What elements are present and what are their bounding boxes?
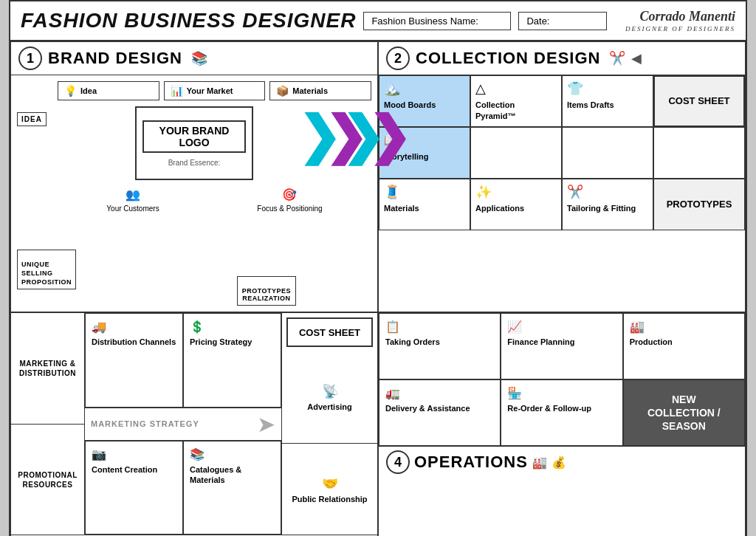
factory-icon: 🏭 <box>630 320 738 334</box>
brand-design-content: IDEA 💡 Idea 📊 Your Market 📦 Materials <box>11 75 377 312</box>
materials-cell: 🧵 Materials <box>379 179 470 230</box>
money-icon: 💰 <box>551 456 566 470</box>
store-icon: 🏪 <box>507 386 616 400</box>
scissors-icon: ✂️ <box>609 50 625 66</box>
marketing-bottom-cells: 📷 Content Creation 📚 Catalogues & Materi… <box>85 441 281 535</box>
business-name-field[interactable]: Fashion Business Name: <box>363 12 511 30</box>
focus-item: 🎯 Focus & Positioning <box>257 188 322 213</box>
delivery-truck-icon: 🚛 <box>385 386 494 400</box>
books-icon: 📚 <box>191 50 207 66</box>
marketing-center: 🚚 Distribution Channels 💲 Pricing Strate… <box>85 313 281 535</box>
collection-row-2: 📖 Storytelling <box>379 127 745 179</box>
chevron-arrows: ❯❯ ❯❯ <box>298 110 379 176</box>
antenna-icon: 📡 <box>322 383 338 399</box>
prototypes-cell: PROTOTYPES <box>653 179 745 230</box>
section-number-4: 4 <box>386 450 410 474</box>
collection-row-3: 🧵 Materials ✨ Applications ✂️ Tailoring … <box>379 179 745 230</box>
operations-footer: 4 Operations 🏭 💰 <box>379 446 745 478</box>
operations-content: 📋 Taking Orders 📈 Finance Planning 🏭 Pro… <box>379 313 745 446</box>
usp-box: UNIQUE SELLING PROPOSITION <box>17 250 76 290</box>
triangle-icon: △ <box>475 80 486 97</box>
operations-quadrant: 📋 Taking Orders 📈 Finance Planning 🏭 Pro… <box>378 312 746 536</box>
collection-content: 🏔️ Mood Boards △ Collection Pyramid™ 👕 I… <box>379 75 745 230</box>
operations-footer-title: Operations <box>414 453 528 472</box>
collection-design-quadrant: 2 Collection Design ✂️ ◀ 🏔️ Mood Boards … <box>378 41 746 312</box>
taking-orders-cell: 📋 Taking Orders <box>379 313 501 379</box>
scissors2-icon: ✂️ <box>567 184 583 200</box>
section-number-2: 2 <box>386 47 410 70</box>
marketing-strategy-row: MARKETING STRATEGY ➤ <box>85 408 281 441</box>
factory2-icon: 🏭 <box>532 456 547 470</box>
catalogues-cell: 📚 Catalogues & Materials <box>183 441 281 535</box>
arrows-container: ❯❯ ❯❯ <box>298 106 379 180</box>
strategy-arrow-icon: ➤ <box>257 411 275 437</box>
header-fields: Fashion Business Name: Date: <box>363 12 618 30</box>
applications-cell: ✨ Applications <box>470 179 562 230</box>
brand-middle: YOUR BRAND LOGO Brand Essence: ❯❯ ❯❯ <box>17 106 371 180</box>
new-collection-cell: NEW COLLECTION / SEASON <box>623 379 745 446</box>
coll-empty-2 <box>562 127 653 179</box>
content-creation-cell: 📷 Content Creation <box>85 441 183 535</box>
coll-empty-1 <box>470 127 562 179</box>
customers-item: 👥 Your Customers <box>106 188 159 213</box>
marketing-right: COST SHEET 📡 Advertising 🤝 Public Relati… <box>281 313 377 535</box>
camera-icon: 📷 <box>92 447 176 461</box>
brand-top-row: 💡 Idea 📊 Your Market 📦 Materials <box>58 81 371 100</box>
chart-icon: 📊 <box>171 85 183 97</box>
brand-logo: Corrado Manenti Designer of Designers <box>625 9 735 32</box>
chart2-icon: 📈 <box>507 320 616 334</box>
box-icon: 📦 <box>276 85 289 97</box>
header: Fashion Business Designer Fashion Busine… <box>10 1 746 41</box>
brand-design-title: Brand Design <box>48 49 182 68</box>
finance-planning-cell: 📈 Finance Planning <box>501 313 622 379</box>
cost-sheet-marketing: COST SHEET <box>286 317 373 347</box>
brand-logo-text: YOUR BRAND LOGO <box>142 120 246 153</box>
public-relations-cell: 🤝 Public Relationship <box>282 444 377 535</box>
books2-icon: 📚 <box>190 447 275 461</box>
marketing-left-labels: MARKETING & DISTRIBUTION PROMOTIONAL RES… <box>11 313 85 535</box>
section-number-1: 1 <box>18 47 42 70</box>
items-drafts-cell: 👕 Items Drafts <box>562 75 653 127</box>
brand-logo-box: YOUR BRAND LOGO Brand Essence: <box>135 106 253 180</box>
dollar-icon: 💲 <box>190 320 275 334</box>
marketing-top-cells: 🚚 Distribution Channels 💲 Pricing Strate… <box>85 313 281 408</box>
mountain-icon: 🏔️ <box>384 80 400 97</box>
people-icon: 👥 <box>126 188 140 202</box>
advertising-cell: 📡 Advertising <box>282 351 377 444</box>
brand-bottom-row: 👥 Your Customers 🎯 Focus & Positioning <box>58 188 371 213</box>
truck-icon: 🚚 <box>92 320 176 334</box>
promotional-resources-label: PROMOTIONAL RESOURCES <box>11 425 84 535</box>
materials-card: 📦 Materials <box>269 81 371 100</box>
main-grid: 1 Brand Design 📚 IDEA 💡 Idea 📊 Your Mark… <box>10 41 746 536</box>
idea-card: 💡 Idea <box>58 81 159 100</box>
reorder-cell: 🏪 Re-Order & Follow-up <box>501 379 622 446</box>
delivery-cell: 🚛 Delivery & Assistance <box>379 379 501 446</box>
prototypes-box: PROTOTYPES REALIZATION <box>237 276 296 306</box>
strategy-text: MARKETING STRATEGY <box>91 419 251 428</box>
fabric-icon: 🧵 <box>384 184 400 200</box>
shirt-icon: 👕 <box>567 80 583 97</box>
collection-design-title: Collection Design <box>416 49 600 68</box>
marketing-quadrant: MARKETING & DISTRIBUTION PROMOTIONAL RES… <box>10 312 378 536</box>
marketing-content: MARKETING & DISTRIBUTION PROMOTIONAL RES… <box>11 313 377 535</box>
sparkle-icon: ✨ <box>475 184 492 200</box>
arrow-purple-icon: ❯❯ <box>324 110 411 162</box>
coll-empty-3 <box>653 127 745 179</box>
production-cell: 🏭 Production <box>623 313 745 379</box>
distribution-channels-cell: 🚚 Distribution Channels <box>85 313 183 408</box>
pricing-strategy-cell: 💲 Pricing Strategy <box>183 313 281 408</box>
brand-design-header: 1 Brand Design 📚 <box>11 42 377 75</box>
marketing-grid: MARKETING & DISTRIBUTION PROMOTIONAL RES… <box>11 313 377 535</box>
cost-sheet-cell: COST SHEET <box>653 75 745 127</box>
handshake-icon: 🤝 <box>322 475 338 492</box>
canvas: Fashion Business Designer Fashion Busine… <box>9 0 747 536</box>
bulb-icon: 💡 <box>64 85 77 97</box>
marketing-distribution-label: MARKETING & DISTRIBUTION <box>11 313 84 425</box>
page-title: Fashion Business Designer <box>21 9 356 32</box>
tailoring-cell: ✂️ Tailoring & Fitting <box>562 179 653 230</box>
collection-design-header: 2 Collection Design ✂️ ◀ <box>379 42 745 75</box>
date-field[interactable]: Date: <box>518 12 607 30</box>
clipboard-icon: 📋 <box>385 320 494 334</box>
collection-row-1: 🏔️ Mood Boards △ Collection Pyramid™ 👕 I… <box>379 75 745 127</box>
collection-pyramid-cell: △ Collection Pyramid™ <box>470 75 562 127</box>
